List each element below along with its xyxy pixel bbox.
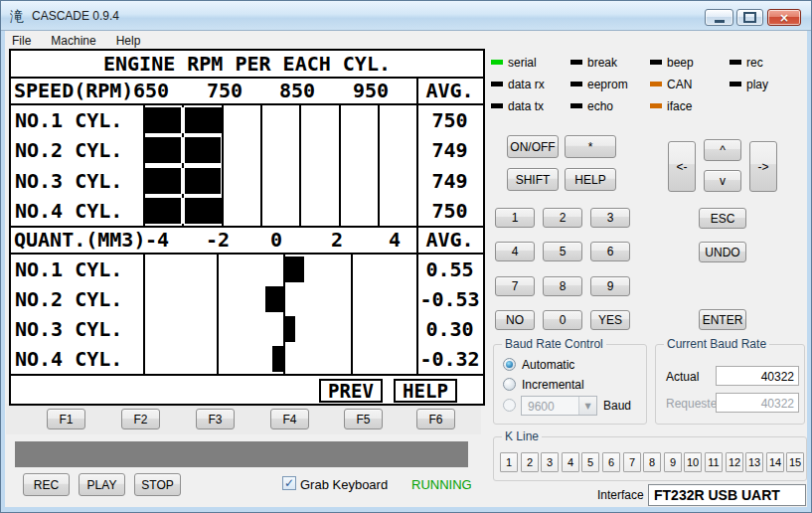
- k-line-13[interactable]: 13: [745, 452, 763, 472]
- quant-tick-label: -2: [193, 228, 243, 253]
- k-line-7[interactable]: 7: [623, 452, 641, 472]
- interface-field: FT232R USB UART: [648, 484, 806, 506]
- k-line-6[interactable]: 6: [602, 452, 620, 472]
- on-off-button[interactable]: ON/OFF: [507, 135, 559, 158]
- fkey-f2[interactable]: F2: [121, 409, 160, 429]
- play-label: play: [746, 78, 768, 91]
- radio-incremental[interactable]: [503, 378, 516, 391]
- window-border-bottom: [1, 507, 812, 513]
- CAN-led: [650, 82, 662, 86]
- k-line-1[interactable]: 1: [500, 452, 518, 472]
- key-3[interactable]: 3: [590, 208, 630, 228]
- baud-dropdown[interactable]: 9600 ▼: [521, 396, 597, 416]
- star-button[interactable]: *: [565, 135, 616, 158]
- nav-down-button[interactable]: v: [704, 170, 741, 192]
- baud-unit-label: Baud: [603, 399, 631, 413]
- k-line-2[interactable]: 2: [521, 452, 539, 472]
- actual-label: Actual: [666, 370, 699, 384]
- nav-left-button[interactable]: <-: [668, 141, 696, 192]
- rpm-tick-label: 750: [195, 79, 254, 103]
- key-0[interactable]: 0: [543, 310, 582, 330]
- quant-avg-value: -0.32: [416, 344, 483, 374]
- play-button[interactable]: PLAY: [79, 473, 125, 496]
- quant-tick-label: 2: [312, 228, 362, 253]
- lcd-screen: ENGINE RPM PER EACH CYL.SPEED(RPM)650750…: [9, 49, 485, 406]
- maximize-button[interactable]: [736, 9, 763, 26]
- nav-right-button[interactable]: ->: [749, 141, 777, 192]
- rpm-grid-line: [378, 105, 380, 226]
- k-line-9[interactable]: 9: [664, 452, 682, 472]
- radio-incremental-label: Incremental: [522, 378, 584, 392]
- grab-keyboard-checkbox[interactable]: ✓: [282, 476, 296, 490]
- rec-button[interactable]: REC: [23, 473, 70, 496]
- rpm-bar-gap: [181, 137, 185, 163]
- requested-baud-field: 40322: [716, 393, 799, 413]
- enter-button[interactable]: ENTER: [699, 309, 746, 330]
- close-button[interactable]: ×: [767, 9, 801, 26]
- k-line-3[interactable]: 3: [541, 452, 559, 472]
- quant-row-label: NO.2 CYL.: [15, 284, 142, 314]
- key-8[interactable]: 8: [543, 276, 582, 296]
- rpm-tick-label: 850: [267, 79, 327, 103]
- quant-avg-header: AVG.: [416, 228, 483, 253]
- fkey-f3[interactable]: F3: [196, 409, 235, 429]
- rpm-tick-label: 950: [341, 79, 401, 103]
- quant-row-label: NO.3 CYL.: [15, 314, 142, 344]
- k-line-5[interactable]: 5: [581, 452, 599, 472]
- k-line-12[interactable]: 12: [726, 452, 743, 472]
- baud-group-title: Baud Rate Control: [502, 337, 606, 351]
- break-label: break: [587, 56, 617, 70]
- k-line-15[interactable]: 15: [786, 452, 804, 472]
- rpm-avg-value: 749: [416, 166, 483, 196]
- k-line-title: K Line: [502, 429, 542, 443]
- key-5[interactable]: 5: [543, 242, 582, 261]
- k-line-14[interactable]: 14: [766, 452, 784, 472]
- data-tx-led: [491, 103, 503, 108]
- key-4[interactable]: 4: [495, 242, 535, 261]
- rpm-row-label: NO.1 CYL.: [15, 105, 142, 135]
- key-yes[interactable]: YES: [590, 310, 630, 330]
- radio-fixed-baud[interactable]: [503, 399, 516, 412]
- app-window: 滝 CASCADE 0.9.4 × FileMachineHelp ENGINE…: [0, 0, 812, 513]
- window-border-right: [807, 31, 812, 513]
- chevron-down-icon: ▼: [578, 397, 596, 415]
- radio-automatic[interactable]: [503, 358, 516, 371]
- k-line-4[interactable]: 4: [562, 452, 579, 472]
- data-tx-label: data tx: [508, 99, 544, 113]
- quant-grid-line: [143, 255, 145, 374]
- key-no[interactable]: NO: [495, 310, 535, 330]
- k-line-11[interactable]: 11: [705, 452, 723, 472]
- help-button[interactable]: HELP: [565, 168, 616, 191]
- key-9[interactable]: 9: [590, 276, 630, 296]
- undo-button[interactable]: UNDO: [699, 242, 746, 262]
- k-line-10[interactable]: 10: [684, 452, 702, 472]
- current-baud-title: Current Baud Rate: [664, 337, 769, 351]
- status-text: RUNNING: [411, 477, 472, 492]
- menu-help[interactable]: Help: [106, 32, 151, 50]
- quant-row-label: NO.4 CYL.: [15, 344, 142, 374]
- fkey-f1[interactable]: F1: [47, 409, 85, 429]
- menu-file[interactable]: File: [2, 32, 41, 50]
- grab-keyboard-label: Grab Keyboard: [300, 477, 388, 492]
- nav-up-button[interactable]: ^: [704, 139, 741, 161]
- close-icon: ×: [779, 11, 789, 25]
- fkey-f6[interactable]: F6: [416, 409, 455, 429]
- fkey-f4[interactable]: F4: [270, 409, 309, 429]
- minimize-button[interactable]: [705, 9, 733, 26]
- key-7[interactable]: 7: [495, 276, 535, 296]
- esc-button[interactable]: ESC: [699, 208, 746, 229]
- key-1[interactable]: 1: [495, 208, 535, 228]
- rpm-avg-value: 750: [416, 105, 483, 135]
- maximize-icon: [743, 12, 756, 23]
- menu-machine[interactable]: Machine: [41, 32, 105, 50]
- fkey-f5[interactable]: F5: [344, 409, 383, 429]
- k-line-8[interactable]: 8: [643, 452, 661, 472]
- key-6[interactable]: 6: [590, 242, 630, 261]
- key-2[interactable]: 2: [543, 208, 582, 228]
- shift-button[interactable]: SHIFT: [507, 168, 559, 191]
- stop-button[interactable]: STOP: [134, 473, 181, 496]
- rpm-grid-line: [260, 105, 262, 226]
- rpm-grid-line: [339, 105, 341, 226]
- titlebar[interactable]: 滝 CASCADE 0.9.4 ×: [1, 1, 812, 31]
- rpm-grid-line: [299, 105, 301, 226]
